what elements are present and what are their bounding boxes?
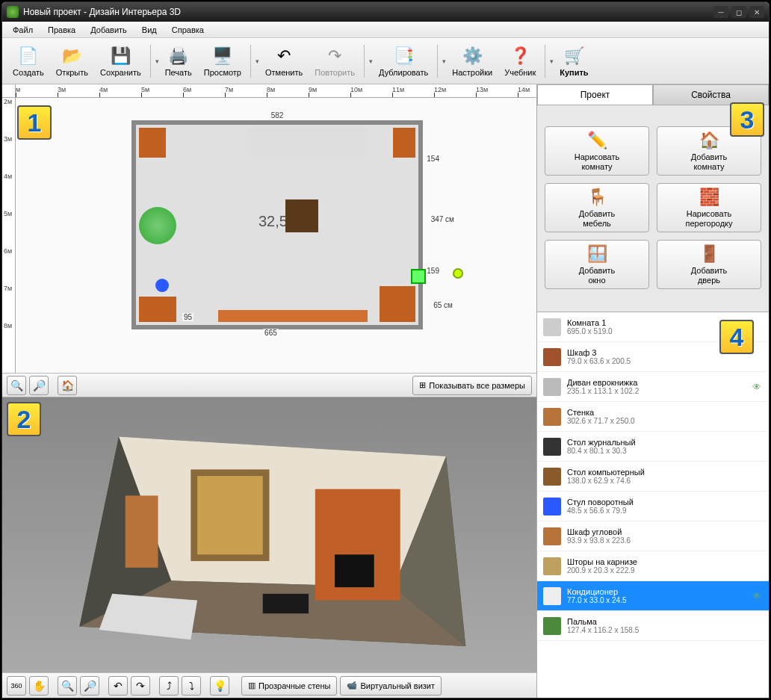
toolbar-Создать[interactable]: 📄Создать	[7, 43, 50, 80]
minimize-button[interactable]: ─	[713, 6, 728, 18]
rotate-left-button[interactable]: ↶	[108, 676, 128, 696]
action-Добавить-окно[interactable]: 🪟Добавитьокно	[545, 240, 649, 289]
svg-rect-10	[263, 594, 309, 613]
menu-Вид[interactable]: Вид	[134, 23, 164, 37]
rotate-right-button[interactable]: ↷	[131, 676, 150, 696]
home-button[interactable]: 🏠	[58, 376, 77, 395]
menubar: ФайлПравкаДобавитьВидСправка	[2, 22, 769, 38]
plan-controls: 🔍 🔎 🏠 ⊞Показывать все размеры	[2, 373, 536, 397]
furniture-item[interactable]	[139, 297, 176, 322]
action-Добавить-мебель[interactable]: 🪑Добавитьмебель	[545, 183, 649, 232]
furniture-item[interactable]	[155, 279, 169, 292]
furniture-item[interactable]	[248, 128, 368, 156]
floor-plan-canvas[interactable]: 1 582 347 см 154 665 65 см 159 95 489 32…	[16, 98, 536, 373]
svg-rect-8	[335, 554, 374, 587]
action-Добавить-дверь[interactable]: 🚪Добавитьдверь	[657, 240, 761, 289]
selected-item-handle[interactable]	[411, 269, 426, 284]
virtual-visit-button[interactable]: 📹Виртуальный визит	[340, 676, 442, 696]
object-item[interactable]: Стенка302.6 x 71.7 x 250.0	[537, 402, 769, 432]
view-down-button[interactable]: ⤵	[182, 676, 201, 696]
rotate360-button[interactable]: 360	[7, 676, 26, 696]
furniture-item[interactable]	[393, 128, 415, 158]
rotation-handle[interactable]	[453, 268, 463, 279]
furniture-item[interactable]	[139, 207, 176, 244]
object-item[interactable]: Диван еврокнижка235.1 x 113.1 x 102.2👁	[537, 372, 769, 402]
app-icon	[7, 6, 19, 18]
annotation-badge-3: 3	[730, 102, 764, 137]
furniture-item[interactable]	[380, 286, 415, 322]
tab-project[interactable]: Проект	[537, 84, 653, 105]
3d-view-canvas[interactable]: 2	[2, 397, 536, 672]
svg-marker-11	[99, 594, 197, 639]
annotation-badge-4: 4	[719, 320, 754, 354]
toolbar-Отменить[interactable]: ↶Отменить	[259, 43, 309, 80]
toolbar-Печать[interactable]: 🖨️Печать	[159, 43, 198, 80]
toolbar-Учебник[interactable]: ❓Учебник	[498, 43, 542, 80]
furniture-item[interactable]	[218, 310, 368, 322]
zoom-out-3d-button[interactable]: 🔍	[58, 676, 77, 696]
view-up-button[interactable]: ⤴	[159, 676, 179, 696]
transparent-walls-button[interactable]: ▥Прозрачные стены	[241, 676, 337, 696]
toolbar-Повторить[interactable]: ↷Повторить	[309, 43, 361, 80]
object-item[interactable]: Стол журнальный80.4 x 80.1 x 30.3	[537, 432, 769, 462]
maximize-button[interactable]: ◻	[731, 6, 746, 18]
window-title: Новый проект - Дизайн Интерьера 3D	[23, 7, 181, 17]
ruler-horizontal: м3м4м5м6м7м8м9м10м11м12м13м14м	[16, 84, 536, 98]
object-item[interactable]: Кондиционер77.0 x 33.0 x 24.5👁	[537, 581, 769, 611]
3d-controls: 360 ✋ 🔍 🔎 ↶ ↷ ⤴ ⤵ 💡 ▥Прозрачные стены 📹В…	[2, 672, 536, 698]
toolbar-Сохранить[interactable]: 💾Сохранить	[94, 43, 147, 80]
show-dimensions-button[interactable]: ⊞Показывать все размеры	[412, 376, 532, 395]
toolbar-Дублировать[interactable]: 📑Дублировать	[373, 43, 434, 80]
titlebar: Новый проект - Дизайн Интерьера 3D ─ ◻ ✕	[2, 2, 769, 22]
annotation-badge-2: 2	[7, 402, 41, 436]
menu-Правка[interactable]: Правка	[40, 23, 83, 37]
close-button[interactable]: ✕	[749, 6, 764, 18]
object-list[interactable]: 4 Комната 1695.0 x 519.0Шкаф 379.0 x 63.…	[537, 312, 769, 698]
object-item[interactable]: Пальма127.4 x 116.2 x 158.5	[537, 611, 769, 641]
toolbar-Настройки[interactable]: ⚙️Настройки	[446, 43, 498, 80]
menu-Справка[interactable]: Справка	[164, 23, 211, 37]
object-item[interactable]: Стул поворотный48.5 x 56.6 x 79.9	[537, 492, 769, 521]
furniture-item[interactable]	[139, 128, 166, 158]
zoom-in-button[interactable]: 🔎	[29, 376, 49, 395]
object-item[interactable]: Шторы на карнизе200.9 x 20.3 x 222.9	[537, 551, 769, 581]
zoom-out-button[interactable]: 🔍	[7, 376, 26, 395]
room-outline[interactable]: 582 347 см 154 665 65 см 159 95 489 32,5…	[131, 120, 423, 329]
ruler-vertical: 2м3м4м5м6м7м8м	[2, 98, 16, 373]
pan-button[interactable]: ✋	[29, 676, 49, 696]
object-item[interactable]: Стол компьютерный138.0 x 62.9 x 74.6	[537, 462, 769, 492]
menu-Добавить[interactable]: Добавить	[83, 23, 134, 37]
svg-rect-9	[126, 495, 158, 567]
toolbar-Открыть[interactable]: 📂Открыть	[50, 43, 94, 80]
action-Нарисовать-комнату[interactable]: ✏️Нарисоватькомнату	[545, 126, 649, 176]
toolbar-Просмотр[interactable]: 🖥️Просмотр	[198, 43, 247, 80]
svg-rect-6	[197, 476, 263, 554]
furniture-item[interactable]	[285, 199, 318, 232]
toolbar-Купить[interactable]: 🛒Купить	[554, 43, 594, 80]
toolbar: 📄Создать📂Открыть💾Сохранить▾🖨️Печать🖥️Про…	[2, 38, 769, 84]
tab-properties[interactable]: Свойства	[653, 84, 769, 105]
menu-Файл[interactable]: Файл	[5, 23, 40, 37]
zoom-in-3d-button[interactable]: 🔎	[80, 676, 99, 696]
light-button[interactable]: 💡	[210, 676, 229, 696]
action-Нарисовать-перегородку[interactable]: 🧱Нарисоватьперегородку	[657, 183, 761, 232]
annotation-badge-1: 1	[17, 105, 52, 140]
object-item[interactable]: Шкаф угловой93.9 x 93.8 x 223.6	[537, 521, 769, 551]
